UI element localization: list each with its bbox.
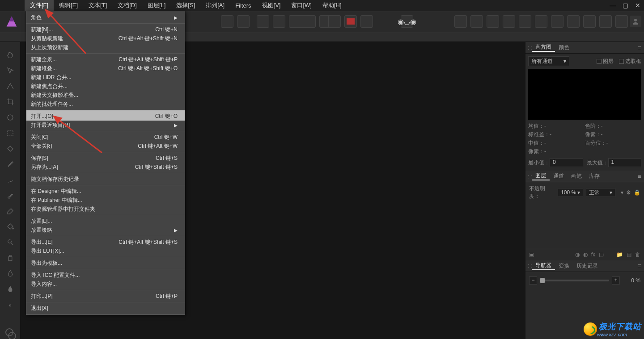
file-menu-item[interactable]: 打开...[O]Ctrl 键+O <box>26 110 185 121</box>
file-menu-item[interactable]: 新的批处理任务... <box>26 100 185 109</box>
file-menu-item[interactable]: 从剪贴板新建Ctrl 键+Alt 键+Shift 键+N <box>26 34 185 43</box>
file-menu-item[interactable]: 新建堆叠...Ctrl 键+Alt 键+Shift 键+O <box>26 64 185 73</box>
folder-icon[interactable]: 📁 <box>616 251 623 258</box>
panel-grip-icon[interactable]: ⸬ <box>528 263 530 269</box>
toolbar-btn-r7[interactable] <box>551 15 564 28</box>
window-maximize-icon[interactable]: ▢ <box>619 2 631 9</box>
toolbar-btn-b[interactable] <box>273 15 285 28</box>
menu-window[interactable]: 窗口[W] <box>286 0 317 11</box>
file-menu-item[interactable]: 打开最近项目[R]▶ <box>26 121 185 130</box>
adjustment-icon[interactable]: ◐ <box>583 251 588 258</box>
toolbar-btn-r5[interactable] <box>519 15 531 28</box>
clone-tool-icon[interactable] <box>4 253 17 263</box>
file-menu-item[interactable]: 放置策略▶ <box>26 226 185 234</box>
toolbar-btn-r2[interactable] <box>470 15 483 28</box>
toolbar-grid-button[interactable] <box>237 15 250 28</box>
histogram-channel-dropdown[interactable]: 所有通道▾ <box>528 56 569 66</box>
toolbar-snap-button[interactable] <box>221 15 233 28</box>
color-picker-icon[interactable] <box>4 159 17 169</box>
histogram-layer-checkbox[interactable]: 图层 <box>597 58 614 65</box>
menu-select[interactable]: 选择[S] <box>171 0 200 11</box>
delete-layer-icon[interactable]: 🗑 <box>635 251 640 258</box>
layer-group-icon[interactable]: ▣ <box>529 251 534 258</box>
toolbar-btn-r11[interactable] <box>615 15 628 28</box>
gear-icon[interactable]: ⚙ <box>626 189 631 196</box>
menu-arrange[interactable]: 排列[A] <box>200 0 230 11</box>
panel-grip-icon[interactable]: ⸬ <box>528 173 530 180</box>
toolbar-btn-r3[interactable] <box>487 15 499 28</box>
toolbar-btn-r9[interactable] <box>583 15 596 28</box>
file-menu-item[interactable]: 全部关闭Ctrl 键+Alt 键+W <box>26 142 185 151</box>
menu-layer[interactable]: 图层[L] <box>142 0 171 11</box>
toolbar-btn-r1[interactable] <box>454 15 467 28</box>
toolbar-swatch-dropdown[interactable] <box>289 15 316 28</box>
file-menu-item[interactable]: 新建[N]...Ctrl 键+N <box>26 23 185 34</box>
file-menu-item[interactable]: 随文档保存历史记录 <box>26 173 185 184</box>
menu-edit[interactable]: 编辑[E] <box>54 0 83 11</box>
histogram-max-input[interactable]: 1 <box>608 158 642 167</box>
file-menu-item[interactable]: 从上次预设新建 <box>26 43 185 52</box>
tab-channels[interactable]: 通道 <box>550 172 568 180</box>
histogram-marquee-checkbox[interactable]: 选取框 <box>619 58 641 65</box>
file-menu-item[interactable]: 新建天文摄影堆叠... <box>26 91 185 100</box>
file-menu-item[interactable]: 另存为...[A]Ctrl 键+Shift 键+S <box>26 163 185 172</box>
toolbar-color-swatch[interactable] <box>344 15 357 28</box>
color-swatch-circles[interactable] <box>4 327 17 339</box>
marquee-tool-icon[interactable] <box>4 128 17 138</box>
mask-icon[interactable]: ◑ <box>575 251 580 258</box>
toolbar-btn-r4[interactable] <box>503 15 515 28</box>
file-menu-item[interactable]: 打印...[P]Ctrl 键+P <box>26 290 185 301</box>
tab-stock[interactable]: 库存 <box>585 172 603 180</box>
file-menu-item[interactable]: 导出...[E]Ctrl 键+Alt 键+Shift 键+S <box>26 236 185 247</box>
account-avatar-icon[interactable] <box>630 16 641 27</box>
panel-menu-icon[interactable]: ≡ <box>638 44 641 51</box>
paint-brush-icon[interactable] <box>4 190 17 201</box>
panel-menu-icon[interactable]: ≡ <box>638 262 641 269</box>
crop-tool-icon[interactable] <box>4 97 17 107</box>
file-menu-item[interactable]: 导入内容... <box>26 280 185 289</box>
flood-select-icon[interactable] <box>4 143 17 154</box>
blend-options-icon[interactable]: ▾ <box>621 189 623 196</box>
file-menu-item[interactable]: 新建全景...Ctrl 键+Alt 键+Shift 键+P <box>26 53 185 64</box>
file-menu-item[interactable]: 导出为模板... <box>26 257 185 268</box>
file-menu-item[interactable]: 导出 LUT[X]... <box>26 247 185 255</box>
opacity-dropdown[interactable]: 100 %▾ <box>558 188 583 197</box>
toolbar-assistant-button[interactable]: ◉◡◉ <box>401 15 413 28</box>
blendmode-dropdown[interactable]: 正常▾ <box>586 188 615 197</box>
panel-menu-icon[interactable]: ≡ <box>638 173 641 180</box>
toolbar-btn-r10[interactable] <box>599 15 612 28</box>
toolbar-btn-d[interactable] <box>328 15 341 28</box>
toolbar-btn-r6[interactable] <box>535 15 547 28</box>
file-menu-item[interactable]: 保存[S]Ctrl 键+S <box>26 152 185 163</box>
menu-help[interactable]: 帮助[H] <box>317 0 347 11</box>
zoom-slider[interactable] <box>540 280 609 281</box>
file-menu-item[interactable]: 放置[L]... <box>26 215 185 226</box>
add-layer-icon[interactable]: ▤ <box>627 251 631 258</box>
tab-transform[interactable]: 变换 <box>555 262 573 270</box>
tab-history[interactable]: 历史记录 <box>573 262 602 270</box>
file-menu-item[interactable]: 退出[X] <box>26 302 185 313</box>
dodge-tool-icon[interactable] <box>4 237 17 247</box>
crop-layer-icon[interactable]: ▢ <box>599 251 604 258</box>
file-menu-item[interactable]: 新建焦点合并... <box>26 82 185 91</box>
smudge-tool-icon[interactable] <box>4 284 17 294</box>
toolbar-btn-r8[interactable] <box>567 15 580 28</box>
healing-brush-icon[interactable] <box>4 175 17 185</box>
file-menu-item[interactable]: 角色▶ <box>26 13 185 22</box>
selection-brush-icon[interactable] <box>4 113 17 123</box>
zoom-in-button[interactable]: + <box>612 276 620 285</box>
tab-histogram[interactable]: 直方图 <box>532 43 555 52</box>
erase-tool-icon[interactable] <box>4 206 17 216</box>
file-menu-item[interactable]: 在 Publisher 中编辑... <box>26 196 185 205</box>
fill-tool-icon[interactable] <box>4 222 17 232</box>
fx-icon[interactable]: fx <box>591 251 595 258</box>
menu-document[interactable]: 文档[D] <box>112 0 142 11</box>
hand-tool-icon[interactable] <box>4 50 17 60</box>
file-menu-item[interactable]: 关闭[C]Ctrl 键+W <box>26 131 185 142</box>
view-tool-icon[interactable] <box>4 81 17 92</box>
toolbar-clip-button[interactable] <box>257 15 269 28</box>
menu-text[interactable]: 文本[T] <box>83 0 112 11</box>
tab-brushes[interactable]: 画笔 <box>568 172 585 180</box>
menu-filters[interactable]: Filters <box>230 0 256 11</box>
file-menu-item[interactable]: 在资源管理器中打开文件夹 <box>26 205 185 213</box>
